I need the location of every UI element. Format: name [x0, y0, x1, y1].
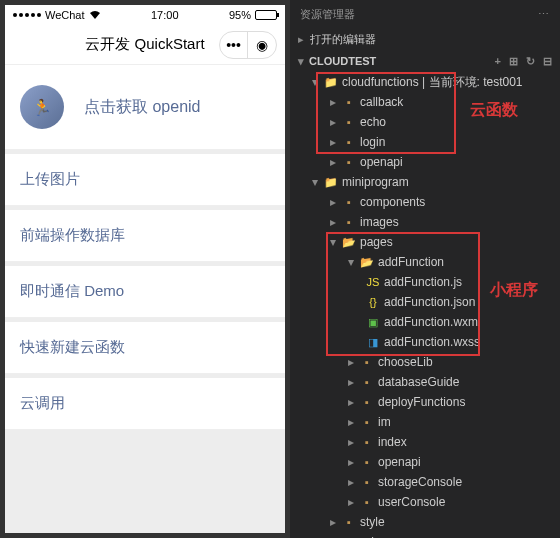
annotation-label-miniprogram: 小程序 — [490, 280, 538, 301]
folder-deployfunctions[interactable]: ▸▪deployFunctions — [294, 392, 560, 412]
list-item[interactable]: 上传图片 — [5, 154, 285, 206]
list-item[interactable]: 前端操作数据库 — [5, 210, 285, 262]
nav-bar: 云开发 QuickStart ••• ◉ — [5, 25, 285, 65]
page-title: 云开发 QuickStart — [85, 35, 204, 54]
capsule-buttons: ••• ◉ — [219, 31, 277, 59]
content-area: 🏃 点击获取 openid 上传图片 前端操作数据库 即时通信 Demo 快速新… — [5, 65, 285, 533]
file-app-js[interactable]: JSapp.js — [294, 532, 560, 538]
menu-list: 上传图片 前端操作数据库 即时通信 Demo 快速新建云函数 云调用 — [5, 154, 285, 430]
explorer-panel: 资源管理器 ⋯ ▸ 打开的编辑器 ▾ CLOUDTEST + ⊞ ↻ ⊟ ▾📁c… — [290, 0, 560, 538]
folder-callback[interactable]: ▸▪callback — [294, 92, 560, 112]
more-icon[interactable]: ⋯ — [538, 8, 550, 21]
avatar: 🏃 — [20, 85, 64, 129]
get-openid-button[interactable]: 点击获取 openid — [84, 97, 201, 118]
wifi-icon — [89, 10, 101, 20]
annotation-label-cloudfunctions: 云函数 — [470, 100, 518, 121]
folder-index[interactable]: ▸▪index — [294, 432, 560, 452]
refresh-icon[interactable]: ↻ — [526, 55, 535, 68]
folder-im[interactable]: ▸▪im — [294, 412, 560, 432]
capsule-close-button[interactable]: ◉ — [248, 32, 276, 58]
carrier-label: WeChat — [45, 9, 85, 21]
file-addfunction-wxml[interactable]: ▣addFunction.wxml — [294, 312, 560, 332]
folder-pages[interactable]: ▾📂pages — [294, 232, 560, 252]
panel-title: 资源管理器 — [300, 7, 355, 22]
folder-echo[interactable]: ▸▪echo — [294, 112, 560, 132]
list-item[interactable]: 快速新建云函数 — [5, 322, 285, 374]
folder-storageconsole[interactable]: ▸▪storageConsole — [294, 472, 560, 492]
file-addfunction-wxss[interactable]: ◨addFunction.wxss — [294, 332, 560, 352]
panel-header: 资源管理器 ⋯ — [290, 0, 560, 28]
time-label: 17:00 — [151, 9, 179, 21]
phone-simulator: WeChat 17:00 95% 云开发 QuickStart ••• ◉ 🏃 … — [0, 0, 290, 538]
folder-style[interactable]: ▸▪style — [294, 512, 560, 532]
project-section[interactable]: ▾ CLOUDTEST + ⊞ ↻ ⊟ — [290, 50, 560, 72]
new-folder-icon[interactable]: ⊞ — [509, 55, 518, 68]
folder-userconsole[interactable]: ▸▪userConsole — [294, 492, 560, 512]
battery-icon — [255, 10, 277, 20]
folder-cloudfunctions[interactable]: ▾📁cloudfunctions | 当前环境: test001 — [294, 72, 560, 92]
list-item[interactable]: 云调用 — [5, 378, 285, 430]
open-editors-section[interactable]: ▸ 打开的编辑器 — [290, 28, 560, 50]
list-item[interactable]: 即时通信 Demo — [5, 266, 285, 318]
phone-screen: WeChat 17:00 95% 云开发 QuickStart ••• ◉ 🏃 … — [5, 5, 285, 533]
folder-login[interactable]: ▸▪login — [294, 132, 560, 152]
battery-percent: 95% — [229, 9, 251, 21]
folder-images[interactable]: ▸▪images — [294, 212, 560, 232]
collapse-icon[interactable]: ⊟ — [543, 55, 552, 68]
chevron-down-icon: ▾ — [298, 55, 306, 68]
folder-components[interactable]: ▸▪components — [294, 192, 560, 212]
capsule-menu-button[interactable]: ••• — [220, 32, 248, 58]
folder-chooselib[interactable]: ▸▪chooseLib — [294, 352, 560, 372]
folder-miniprogram[interactable]: ▾📁miniprogram — [294, 172, 560, 192]
signal-icon — [13, 13, 41, 17]
folder-databaseguide[interactable]: ▸▪databaseGuide — [294, 372, 560, 392]
folder-openapi[interactable]: ▸▪openapi — [294, 452, 560, 472]
new-file-icon[interactable]: + — [495, 55, 501, 68]
folder-openapi[interactable]: ▸▪openapi — [294, 152, 560, 172]
file-tree: ▾📁cloudfunctions | 当前环境: test001 ▸▪callb… — [290, 72, 560, 538]
folder-addfunction[interactable]: ▾📂addFunction — [294, 252, 560, 272]
chevron-right-icon: ▸ — [298, 33, 306, 46]
status-bar: WeChat 17:00 95% — [5, 5, 285, 25]
